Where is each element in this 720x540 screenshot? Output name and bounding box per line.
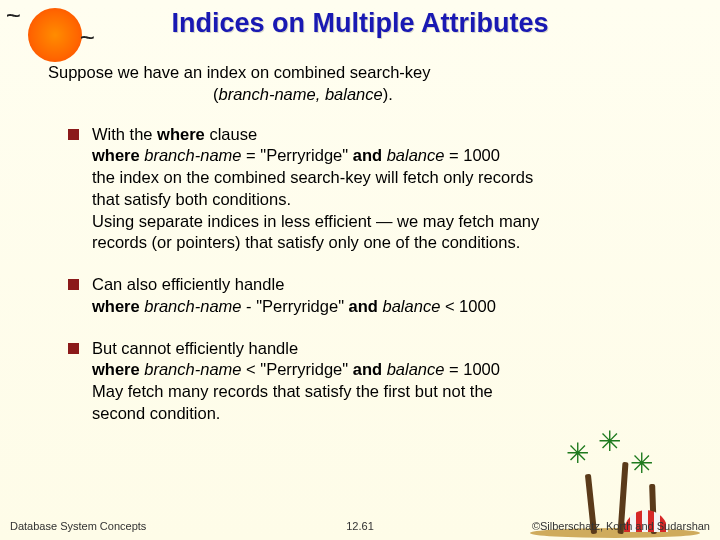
sun-graphic: [28, 8, 82, 62]
bird-icon: ~: [6, 6, 21, 27]
text: But cannot efficiently handle: [92, 339, 298, 357]
attr: branch-name: [140, 360, 246, 378]
bird-icon: ~: [80, 28, 95, 49]
bullet-item: With the where clause where branch-name …: [92, 124, 662, 255]
slide-title: Indices on Multiple Attributes: [0, 0, 720, 39]
intro-line1: Suppose we have an index on combined sea…: [48, 61, 720, 83]
kw-where: where: [92, 360, 140, 378]
bullet-item: But cannot efficiently handle where bran…: [92, 338, 662, 425]
text: < 1000: [445, 297, 496, 315]
attr: balance: [382, 360, 449, 378]
footer-copyright: ©Silberschatz, Korth and Sudarshan: [532, 520, 710, 532]
text: May fetch many records that satisfy the …: [92, 382, 493, 400]
text: Can also efficiently handle: [92, 275, 284, 293]
attr: balance: [378, 297, 445, 315]
text: Using separate indices in less efficient…: [92, 212, 539, 230]
text: records (or pointers) that satisfy only …: [92, 233, 520, 251]
bullet-list: With the where clause where branch-name …: [92, 124, 662, 425]
intro-line2: (branch-name, balance).: [213, 83, 720, 105]
kw-where: where: [92, 297, 140, 315]
text: the index on the combined search-key wil…: [92, 168, 533, 186]
paren-close: ).: [383, 85, 393, 103]
attr: branch-name: [140, 146, 246, 164]
kw-where: where: [157, 125, 205, 143]
text: = 1000: [449, 146, 500, 164]
text: that satisfy both conditions.: [92, 190, 291, 208]
text: = "Perryridge": [246, 146, 353, 164]
bullet-item: Can also efficiently handle where branch…: [92, 274, 662, 318]
footer-page-number: 12.61: [346, 520, 374, 532]
text: clause: [205, 125, 257, 143]
kw-where: where: [92, 146, 140, 164]
text: second condition.: [92, 404, 220, 422]
kw-and: and: [353, 360, 382, 378]
kw-and: and: [349, 297, 378, 315]
text: With the: [92, 125, 157, 143]
text: - "Perryridge": [246, 297, 349, 315]
attr: branch-name: [140, 297, 246, 315]
kw-and: and: [353, 146, 382, 164]
footer-left: Database System Concepts: [10, 520, 146, 532]
intro-text: Suppose we have an index on combined sea…: [48, 61, 720, 106]
text: < "Perryridge": [246, 360, 353, 378]
intro-key: branch-name, balance: [219, 85, 383, 103]
attr: balance: [382, 146, 449, 164]
text: = 1000: [449, 360, 500, 378]
